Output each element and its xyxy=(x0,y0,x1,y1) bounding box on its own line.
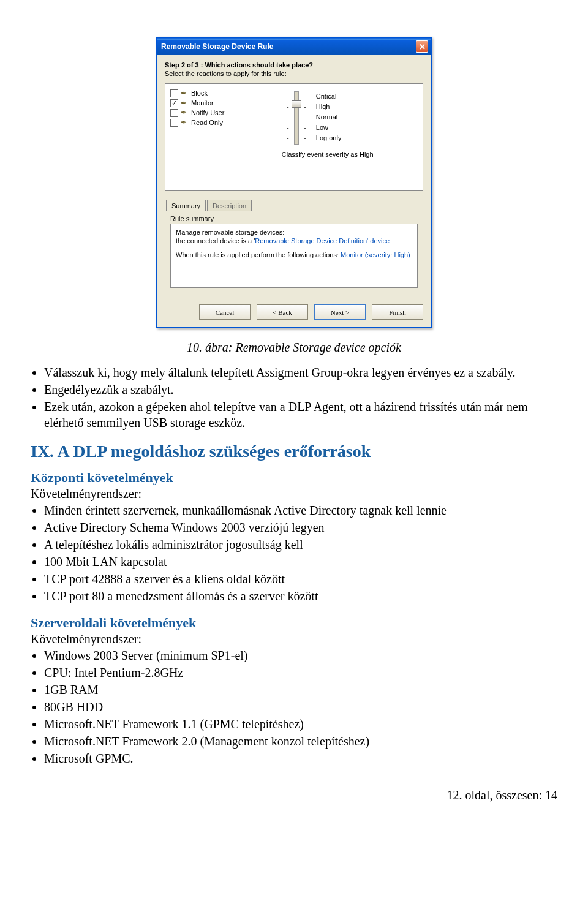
figure-caption: 10. ábra: Removable Storage device opció… xyxy=(31,341,557,355)
list-item: Engedélyezzük a szabályt. xyxy=(44,382,557,398)
rule-summary-box: Manage removable storage devices: the co… xyxy=(170,224,418,288)
summary-line1: Manage removable storage devices: xyxy=(176,228,412,236)
list-item: 80GB HDD xyxy=(44,699,557,715)
sev-low: Low xyxy=(316,123,342,133)
action-link[interactable]: Monitor (severity: High) xyxy=(341,251,410,258)
list-item: 100 Mbit LAN kapcsolat xyxy=(44,554,557,570)
rule-dialog: Removable Storage Device Rule ✕ Step 2 o… xyxy=(156,37,432,328)
sev-high: High xyxy=(316,102,342,112)
severity-slider[interactable] xyxy=(294,91,299,145)
step-title: Step 2 of 3 : Which actions should take … xyxy=(165,61,423,69)
monitor-label: Monitor xyxy=(191,99,214,107)
close-button[interactable]: ✕ xyxy=(416,40,428,53)
action-icon xyxy=(181,108,189,117)
requirements-label: Követelményrendszer: xyxy=(31,487,557,501)
list-item: Microsoft.NET Framework 2.0 (Management … xyxy=(44,733,557,749)
list-item: Válasszuk ki, hogy mely általunk telepít… xyxy=(44,364,557,380)
notify-checkbox[interactable] xyxy=(170,109,178,117)
requirements-label: Követelményrendszer: xyxy=(31,632,557,646)
heading-ix: IX. A DLP megoldáshoz szükséges erőforrá… xyxy=(31,442,557,461)
rule-summary-label: Rule summary xyxy=(170,215,418,222)
list-item: TCP port 80 a menedzsment állomás és a s… xyxy=(44,588,557,604)
subheading-central: Központi követelmények xyxy=(31,470,557,486)
list-item: 1GB RAM xyxy=(44,682,557,698)
next-button[interactable]: Next > xyxy=(314,304,366,320)
list-item: Ezek után, azokon a gépeken ahol telepít… xyxy=(44,399,557,431)
action-icon xyxy=(181,99,189,107)
actions-panel: Block Monitor Notify User Read Only ----… xyxy=(165,83,423,191)
bullet-list-1: Válasszuk ki, hogy mely általunk telepít… xyxy=(44,364,557,431)
classify-text: Classify event severity as High xyxy=(282,151,374,158)
bullet-list-3: Windows 2003 Server (minimum SP1-el) CPU… xyxy=(44,647,557,766)
finish-button[interactable]: Finish xyxy=(372,304,423,320)
list-item: Microsoft.NET Framework 1.1 (GPMC telepí… xyxy=(44,716,557,732)
list-item: Windows 2003 Server (minimum SP1-el) xyxy=(44,647,557,663)
action-icon xyxy=(181,118,189,127)
definition-link[interactable]: Removable Storage Device Definition' dev… xyxy=(255,237,390,244)
list-item: Minden érintett szervernek, munkaállomás… xyxy=(44,502,557,518)
titlebar[interactable]: Removable Storage Device Rule ✕ xyxy=(157,38,431,55)
cancel-button[interactable]: Cancel xyxy=(199,304,251,320)
tab-summary[interactable]: Summary xyxy=(166,200,206,211)
slider-thumb[interactable] xyxy=(292,100,301,108)
sev-critical: Critical xyxy=(316,91,342,102)
bullet-list-2: Minden érintett szervernek, munkaállomás… xyxy=(44,502,557,604)
list-item: Active Directory Schema Windows 2003 ver… xyxy=(44,519,557,535)
list-item: Microsoft GPMC. xyxy=(44,750,557,766)
list-item: CPU: Intel Pentium-2.8GHz xyxy=(44,665,557,681)
notify-label: Notify User xyxy=(191,109,224,116)
list-item: TCP port 42888 a szerver és a kliens old… xyxy=(44,571,557,587)
action-icon xyxy=(181,89,189,97)
readonly-checkbox[interactable] xyxy=(170,119,178,127)
list-item: A telepítéshez lokális adminisztrátor jo… xyxy=(44,537,557,553)
block-label: Block xyxy=(191,89,208,97)
subheading-server: Szerveroldali követelmények xyxy=(31,615,557,631)
window-title: Removable Storage Device Rule xyxy=(161,42,273,51)
step-subtitle: Select the reactions to apply for this r… xyxy=(165,70,423,77)
page-footer: 12. oldal, összesen: 14 xyxy=(31,788,557,802)
readonly-label: Read Only xyxy=(191,119,223,126)
tab-panel: Rule summary Manage removable storage de… xyxy=(165,211,423,293)
sev-normal: Normal xyxy=(316,112,342,123)
back-button[interactable]: < Back xyxy=(257,304,308,320)
tab-description[interactable]: Description xyxy=(207,200,252,211)
block-checkbox[interactable] xyxy=(170,89,178,97)
monitor-checkbox[interactable] xyxy=(170,99,178,107)
sev-logonly: Log only xyxy=(316,133,342,143)
